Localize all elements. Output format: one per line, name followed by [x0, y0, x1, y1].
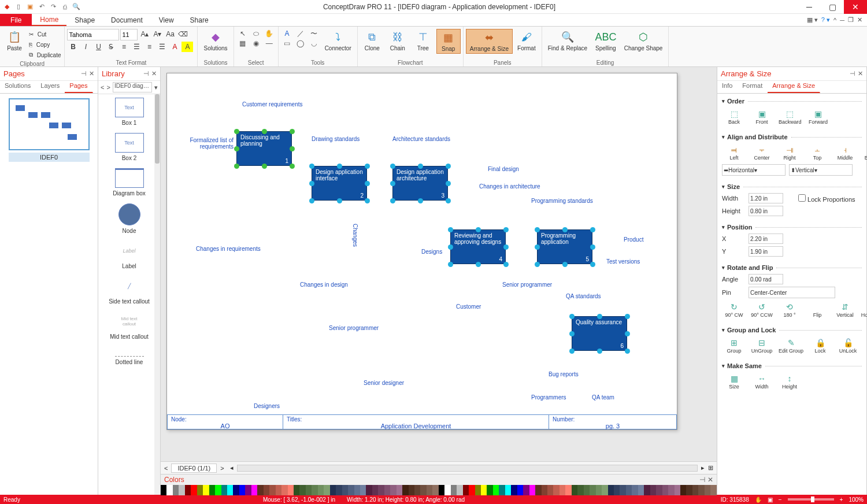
- pin-icon[interactable]: ⊣: [850, 70, 855, 77]
- zoom-slider[interactable]: [788, 498, 834, 501]
- selection-handle[interactable]: [503, 262, 509, 267]
- tab-view[interactable]: View: [151, 14, 182, 26]
- color-swatch[interactable]: [614, 485, 620, 495]
- color-swatch[interactable]: [251, 485, 257, 495]
- selection-handle[interactable]: [476, 227, 481, 232]
- color-swatch[interactable]: [499, 485, 505, 495]
- unlock-button[interactable]: 🔓UnLock: [837, 338, 859, 354]
- status-hand-icon[interactable]: ✋: [755, 496, 762, 503]
- color-swatch[interactable]: [596, 485, 602, 495]
- lock-button[interactable]: 🔒Lock: [809, 338, 831, 354]
- undo-icon[interactable]: ↶: [37, 2, 46, 12]
- doc-restore-icon[interactable]: ❐: [848, 16, 854, 24]
- lock-proportions-checkbox[interactable]: [798, 194, 806, 202]
- underline-button[interactable]: U: [92, 42, 104, 52]
- color-swatch[interactable]: [197, 485, 203, 495]
- color-swatch[interactable]: [191, 485, 197, 495]
- selection-handle[interactable]: [446, 164, 451, 169]
- cut-button[interactable]: ✂ Cut: [28, 29, 62, 39]
- color-swatch[interactable]: [608, 485, 614, 495]
- makesame-width-button[interactable]: ↔Width: [751, 373, 773, 390]
- color-swatch[interactable]: [523, 485, 529, 495]
- color-swatch[interactable]: [288, 485, 294, 495]
- spelling-button[interactable]: ABCSpelling: [592, 29, 620, 53]
- selection-handle[interactable]: [590, 262, 595, 267]
- text-tool-icon[interactable]: A: [281, 29, 294, 38]
- zoom-in-icon[interactable]: +: [840, 496, 843, 503]
- line-tool-icon[interactable]: ／: [294, 29, 307, 38]
- color-swatch[interactable]: [572, 485, 577, 495]
- color-swatch[interactable]: [245, 485, 251, 495]
- selection-handle[interactable]: [448, 262, 453, 267]
- font-color-icon[interactable]: A: [169, 42, 180, 52]
- library-scrollbar[interactable]: [154, 94, 160, 495]
- close-panel-icon[interactable]: ✕: [89, 70, 94, 77]
- color-swatch[interactable]: [227, 485, 233, 495]
- select-node-icon[interactable]: ◉: [250, 39, 262, 48]
- selection-handle[interactable]: [309, 198, 314, 203]
- canvas-page[interactable]: Customer requirements Formalized list of…: [166, 73, 677, 430]
- color-swatch[interactable]: [306, 485, 312, 495]
- help-icon[interactable]: ? ▾: [821, 16, 830, 24]
- color-swatch[interactable]: [668, 485, 674, 495]
- selection-handle[interactable]: [365, 181, 370, 186]
- diagram-box-4[interactable]: Reviewing and approving designs4: [450, 229, 506, 264]
- selection-handle[interactable]: [390, 181, 395, 186]
- italic-button[interactable]: I: [80, 42, 91, 52]
- decrease-font-icon[interactable]: A▾: [151, 29, 163, 39]
- select-edge-icon[interactable]: —: [263, 39, 276, 48]
- selection-handle[interactable]: [262, 129, 267, 134]
- pos-y-input[interactable]: 1.90 in: [749, 246, 783, 257]
- selection-handle[interactable]: [365, 164, 370, 169]
- align-left-icon[interactable]: ≡: [118, 42, 129, 52]
- chain-button[interactable]: ⛓Chain: [386, 29, 410, 53]
- color-swatch[interactable]: [692, 485, 698, 495]
- solutions-button[interactable]: ◆ Solutions: [200, 29, 231, 53]
- preview-icon[interactable]: 🔍: [72, 2, 81, 12]
- hscroll-right-icon[interactable]: ▸: [701, 464, 705, 472]
- pin-icon[interactable]: ⊣: [143, 70, 149, 77]
- rotate-ccw-button[interactable]: ↺90° CCW: [751, 302, 773, 318]
- selection-handle[interactable]: [337, 164, 342, 169]
- curve-tool-icon[interactable]: 〜: [307, 29, 320, 38]
- lib-item-dotted[interactable]: Dotted line: [98, 343, 160, 369]
- canvas-hscrollbar[interactable]: [237, 465, 698, 472]
- color-swatch[interactable]: [173, 485, 179, 495]
- selection-handle[interactable]: [234, 146, 239, 151]
- subtab-format[interactable]: Format: [738, 81, 768, 93]
- color-swatch[interactable]: [215, 485, 221, 495]
- color-swatch[interactable]: [444, 485, 450, 495]
- paste-button[interactable]: 📋 Paste: [2, 29, 27, 53]
- color-swatch[interactable]: [366, 485, 372, 495]
- color-swatch[interactable]: [469, 485, 475, 495]
- close-panel-icon[interactable]: ✕: [151, 70, 157, 77]
- height-input[interactable]: 0.80 in: [749, 206, 783, 216]
- copy-button[interactable]: ⎘ Copy: [28, 39, 62, 50]
- status-fit-icon[interactable]: ▣: [768, 496, 773, 503]
- subtab-arrange-size[interactable]: Arrange & Size: [768, 81, 820, 93]
- arrange-size-button[interactable]: ⬌Arrange & Size: [466, 29, 513, 54]
- edit-group-button[interactable]: ✎Edit Group: [779, 338, 803, 354]
- lib-item-side-callout[interactable]: ╱Side text callout: [98, 273, 160, 308]
- selection-handle[interactable]: [503, 227, 509, 232]
- snap-button[interactable]: ▦Snap: [436, 29, 461, 54]
- selection-handle[interactable]: [503, 244, 509, 250]
- color-swatch[interactable]: [493, 485, 499, 495]
- minimize-button[interactable]: ─: [798, 0, 821, 14]
- bold-button[interactable]: B: [67, 42, 79, 52]
- zoom-out-icon[interactable]: −: [779, 496, 782, 503]
- color-swatch[interactable]: [662, 485, 668, 495]
- lib-prev-icon[interactable]: <: [101, 84, 104, 91]
- color-swatch[interactable]: [505, 485, 511, 495]
- pos-x-input[interactable]: 2.20 in: [749, 234, 783, 244]
- open-icon[interactable]: ▣: [25, 2, 35, 12]
- ellipse-tool-icon[interactable]: ◯: [294, 39, 307, 48]
- color-swatch[interactable]: [644, 485, 650, 495]
- subtab-layers[interactable]: Layers: [36, 81, 65, 93]
- selection-handle[interactable]: [597, 314, 602, 319]
- case-icon[interactable]: Aa: [164, 29, 176, 39]
- lib-item-label1[interactable]: LabelLabel: [98, 238, 160, 273]
- new-icon[interactable]: ▯: [14, 2, 23, 12]
- diagram-box-5[interactable]: Programming application5: [537, 229, 592, 264]
- selection-handle[interactable]: [590, 244, 595, 250]
